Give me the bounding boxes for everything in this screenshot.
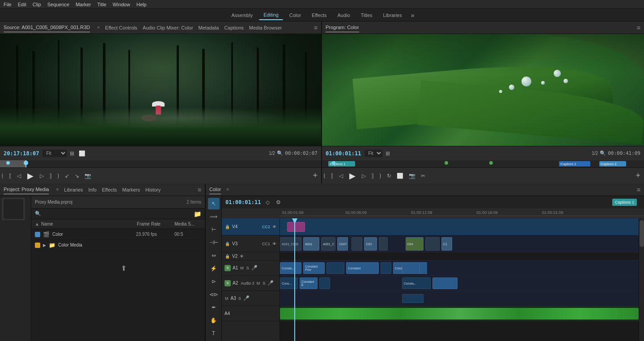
razor-btn[interactable]: ⚡ [208, 263, 220, 274]
program-safe-margins-btn[interactable]: ⊞ [384, 150, 391, 157]
program-tab-title[interactable]: Program: Color [326, 23, 359, 32]
track-row-v3[interactable]: A003_C028 A001 A001_C C047 C02 D04 C [280, 235, 639, 252]
menu-help[interactable]: Help [136, 2, 147, 7]
menu-edit[interactable]: Edit [18, 2, 26, 7]
project-item-color-media[interactable]: ▶ 📁 Color Media [31, 240, 205, 251]
source-overwrite-btn[interactable]: ↘ [73, 172, 80, 179]
track-select-fwd-btn[interactable]: ⟹ [208, 211, 220, 222]
source-play-btn[interactable]: ▶ [25, 170, 36, 182]
timeline-current-timecode[interactable]: 01:00:01:11 [225, 199, 261, 205]
source-step-frame-back-btn[interactable]: ◁ [16, 172, 22, 179]
source-mark-in-btn[interactable]: ⟦ [8, 172, 13, 179]
slide-btn[interactable]: ⊲⊳ [208, 289, 220, 300]
a1-mic-icon[interactable]: 🎤 [251, 265, 258, 271]
v2-eye-btn[interactable]: 👁 [239, 254, 244, 259]
tl-add-marker-btn[interactable]: ◇ [264, 199, 271, 206]
menu-file[interactable]: File [4, 2, 12, 7]
program-play-btn[interactable]: ▶ [347, 170, 358, 182]
a4-green-waveform[interactable] [280, 308, 639, 320]
type-btn[interactable]: T [208, 328, 220, 339]
menu-sequence[interactable]: Sequence [47, 2, 70, 7]
hand-btn[interactable]: ✋ [208, 315, 220, 326]
menu-marker[interactable]: Marker [76, 2, 91, 7]
clip-a1-4[interactable]: Constant [346, 262, 378, 274]
pen-btn[interactable]: ✒ [208, 302, 220, 313]
source-scrubber-thumb[interactable] [24, 161, 28, 165]
clip-v3-4[interactable]: C047 [337, 237, 348, 251]
clip-a2-4[interactable]: Consta... [402, 277, 431, 289]
v2-sync-lock-btn[interactable]: 🔒 [225, 254, 230, 259]
a1-sync-btn[interactable]: S [225, 265, 231, 271]
clip-v3-5[interactable] [352, 237, 362, 251]
track-row-a3[interactable] [280, 291, 639, 306]
program-add-btn[interactable]: + [636, 171, 640, 180]
source-mark-out-btn[interactable]: ⟧ [48, 172, 53, 179]
source-tab-title[interactable]: Source: A001_C005_0608PX_001.R3D [4, 23, 90, 32]
clip-v3-8[interactable]: D04 [406, 237, 424, 251]
clip-a1-5[interactable] [381, 262, 391, 274]
clip-a1-2[interactable]: Constant Pow [303, 262, 325, 274]
project-panel-close[interactable]: × [56, 187, 59, 192]
clip-a2-1[interactable]: Cons... [280, 277, 298, 289]
menu-window[interactable]: Window [113, 2, 130, 7]
clip-v3-9[interactable] [425, 237, 440, 251]
rolling-edit-btn[interactable]: ⊣⊢ [208, 237, 220, 248]
a1-mute-btn[interactable]: M [240, 265, 244, 271]
tab-color[interactable]: Color [285, 11, 305, 20]
ripple-edit-btn[interactable]: ⊢ [208, 224, 220, 235]
tab-editing[interactable]: Editing [259, 10, 283, 20]
program-mark-in-btn[interactable]: ⟦ [330, 172, 335, 179]
source-scrubber[interactable] [0, 160, 321, 167]
expand-icon[interactable]: ▶ [43, 243, 46, 247]
col-name-header[interactable]: Name [41, 222, 135, 226]
program-step-frame-back-btn[interactable]: ◁ [338, 172, 344, 179]
tab-libraries[interactable]: Libraries [379, 11, 407, 20]
track-row-a4[interactable] [280, 306, 639, 321]
program-panel-menu[interactable]: ≡ [637, 24, 640, 31]
clip-a1-1[interactable]: Consta... [280, 262, 301, 274]
clip-v3-2[interactable]: A001 [303, 237, 319, 251]
clip-v3-10[interactable]: C1 [441, 237, 452, 251]
source-step-frame-fwd-btn[interactable]: ▷ [38, 172, 45, 179]
project-item-color[interactable]: 🎬 Color 23.976 fps 00:5 [31, 229, 205, 240]
project-tab-info[interactable]: Info [89, 185, 97, 194]
timeline-vertical-scrollbar[interactable] [639, 218, 644, 341]
slip-btn[interactable]: ⊳ [208, 276, 220, 287]
v4-sync-lock-btn[interactable]: 🔒 [225, 224, 230, 230]
v4-eye-btn[interactable]: 👁 [272, 224, 277, 230]
timeline-panel-menu[interactable]: ≡ [637, 186, 640, 193]
program-mark-out-btn[interactable]: ⟧ [370, 172, 375, 179]
a3-mute-btn[interactable]: M [225, 296, 229, 301]
project-tab-libraries[interactable]: Libraries [64, 185, 83, 194]
track-content-area[interactable]: A003_C028 A001 A001_C C047 C02 D04 C [280, 218, 639, 341]
program-step-back-btn[interactable]: ⟨ [322, 172, 327, 179]
clip-v3-1[interactable]: A003_C028 [280, 237, 301, 251]
clip-a1-3[interactable] [326, 262, 344, 274]
folder-browse-icon[interactable]: 📁 [194, 210, 201, 217]
track-row-v4[interactable] [280, 218, 639, 235]
source-tab-audio-clip-mixer[interactable]: Audio Clip Mixer: Color [143, 23, 193, 32]
a1-solo-btn[interactable]: S [246, 265, 250, 271]
source-output-btn[interactable]: ⬜ [77, 150, 87, 157]
program-export-frame-btn[interactable]: 📷 [407, 172, 417, 179]
source-export-frame-btn[interactable]: 📷 [83, 172, 93, 179]
scrollbar-thumb[interactable] [640, 220, 644, 247]
project-tab-markers[interactable]: Markers [122, 185, 140, 194]
project-tab-history[interactable]: History [145, 185, 161, 194]
timeline-panel-close[interactable]: × [226, 187, 229, 192]
source-tab-effect-controls[interactable]: Effect Controls [105, 23, 137, 32]
program-loop-btn[interactable]: ↻ [386, 172, 393, 179]
a3-solo-btn[interactable]: S [238, 296, 242, 301]
v3-eye-btn[interactable]: 👁 [272, 241, 277, 247]
a2-mic-icon[interactable]: 🎤 [267, 280, 274, 286]
source-panel-close[interactable]: × [97, 25, 100, 30]
program-step-fwd-btn[interactable]: ⟩ [378, 172, 383, 179]
project-tab-effects[interactable]: Effects [102, 185, 117, 194]
timeline-tab-color[interactable]: Color [209, 185, 221, 194]
selection-tool-btn[interactable]: ↖ [208, 198, 220, 209]
source-safe-margins-btn[interactable]: ⊞ [68, 150, 76, 157]
a2-mute-btn[interactable]: M [256, 281, 261, 286]
tab-effects[interactable]: Effects [307, 11, 331, 20]
v3-sync-lock-btn[interactable]: 🔒 [225, 241, 230, 247]
tab-audio[interactable]: Audio [333, 11, 355, 20]
